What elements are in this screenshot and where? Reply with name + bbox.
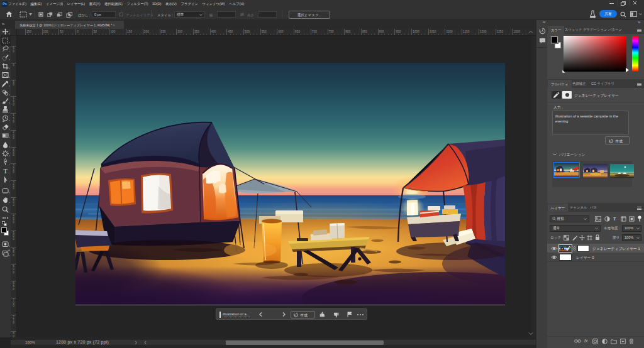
svg-text:T: T — [3, 167, 8, 174]
